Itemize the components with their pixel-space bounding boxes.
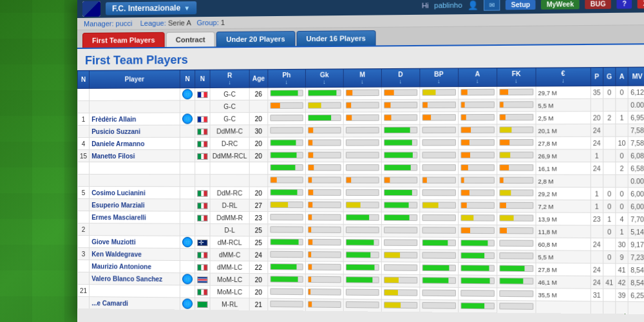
player-name[interactable]: ...e Camardi: [90, 297, 180, 310]
player-gk-bar: [305, 175, 343, 187]
player-ph-bar: [268, 199, 306, 211]
myweek-button[interactable]: MyWeek: [541, 0, 579, 9]
help-button[interactable]: ?: [617, 0, 632, 8]
player-g: [603, 238, 615, 251]
player-gk-bar: [305, 249, 343, 262]
globe-icon: 🌐: [182, 299, 193, 309]
player-m-bar: [343, 87, 381, 100]
player-name[interactable]: Pusicio Suzzani: [90, 125, 180, 137]
player-g: 2: [603, 111, 615, 124]
player-fk-bar: [497, 124, 535, 137]
player-a-bar: [458, 225, 497, 238]
setup-button[interactable]: Setup: [506, 0, 535, 10]
col-header-ph: Ph ↓: [268, 69, 306, 88]
player-globe: 🌐: [180, 298, 195, 310]
league-label: League:: [140, 19, 168, 27]
player-flag: [195, 223, 210, 236]
tab-contract[interactable]: Contract: [166, 32, 215, 47]
player-name[interactable]: Valero Blanco Sanchez: [90, 272, 180, 285]
player-fk-bar: [497, 149, 535, 162]
player-g: [603, 124, 615, 137]
player-age: 22: [249, 261, 268, 273]
player-age: 26: [249, 88, 268, 100]
bug-button[interactable]: BUG: [585, 0, 611, 9]
player-name[interactable]: [90, 100, 180, 113]
club-name-button[interactable]: F.C. Internazionale ▼: [106, 1, 196, 15]
col-header-fk: FK ↓: [497, 68, 535, 86]
globe-icon: 🌐: [182, 113, 193, 124]
player-gk-bar: [305, 112, 343, 124]
tab-under20[interactable]: Under 20 Players: [216, 31, 295, 46]
flag-cu: [197, 276, 207, 283]
player-gk-bar: [305, 149, 343, 162]
player-money: 5,5 M: [536, 251, 591, 263]
player-fk-bar: [497, 175, 535, 187]
player-d-bar: [381, 87, 419, 100]
player-p: [591, 225, 603, 238]
player-mv: 6,12: [628, 86, 644, 99]
player-d-bar: [381, 200, 419, 213]
player-a-bar: [458, 300, 497, 313]
player-p: 24: [591, 238, 603, 251]
player-globe: 🌐: [180, 236, 195, 248]
player-name[interactable]: Cosimo Lucianini: [90, 187, 180, 199]
player-flag: [195, 162, 210, 175]
player-name[interactable]: [90, 223, 180, 236]
player-mv: 6,58: [628, 162, 644, 175]
player-name[interactable]: Giove Muziotti: [90, 236, 180, 249]
player-age: [249, 162, 268, 175]
player-number: 3: [77, 248, 89, 260]
player-ph-bar: [268, 298, 306, 311]
top-bar-right: Hi pablinho 👤 ✉ Setup MyWeek BUG ? X: [422, 0, 644, 12]
player-name[interactable]: [90, 162, 180, 175]
player-position: dM-RCL: [210, 236, 249, 249]
player-m-bar: [343, 124, 381, 137]
player-p: 20: [591, 111, 603, 124]
player-name[interactable]: Esuperio Marziali: [90, 199, 180, 211]
player-name[interactable]: [90, 175, 180, 187]
player-bp-bar: [420, 262, 459, 275]
player-name[interactable]: Manetto Filosi: [90, 149, 180, 162]
flag-br: [197, 301, 207, 307]
player-name[interactable]: Maurizio Antonione: [90, 260, 180, 273]
player-name[interactable]: Ken Waldegrave: [90, 248, 180, 261]
player-globe: [180, 187, 195, 199]
tab-first-team[interactable]: First Team Players: [82, 32, 165, 48]
player-name[interactable]: Daniele Armanno: [90, 137, 180, 149]
player-fk-bar: [497, 187, 535, 200]
tab-under16[interactable]: Under 16 Players: [296, 30, 375, 46]
main-panel: F.C. Internazionale ▼ Hi pablinho 👤 ✉ Se…: [77, 0, 644, 322]
table-row: 5 Cosimo Lucianini DdM-RC 20 29,2 M 1 0 …: [77, 187, 644, 201]
message-icon[interactable]: ✉: [484, 0, 500, 11]
player-name[interactable]: [90, 285, 180, 298]
player-mv: 7,58: [628, 137, 644, 149]
player-number: [77, 260, 89, 272]
player-a2: [616, 301, 628, 314]
player-a-bar: [458, 111, 497, 124]
col-header-player[interactable]: Player: [90, 70, 180, 89]
player-a-bar: [458, 275, 497, 288]
manager-name[interactable]: pucci: [116, 19, 133, 27]
player-name[interactable]: [90, 88, 180, 101]
username-link[interactable]: pablinho: [434, 1, 462, 10]
player-position: DdMM-RCL: [210, 149, 249, 162]
player-m-bar: [343, 249, 381, 262]
player-name[interactable]: Frèdèric Allain: [90, 113, 180, 125]
flag-it: [197, 214, 207, 221]
player-table-container[interactable]: N Player N N R ↓ Age: [77, 66, 644, 314]
club-dropdown-arrow: ▼: [184, 5, 190, 12]
player-g: 0: [603, 187, 615, 200]
player-m-bar: [343, 175, 381, 187]
player-a-bar: [458, 162, 497, 175]
player-a-bar: [458, 200, 497, 213]
close-button[interactable]: X: [638, 0, 644, 8]
player-money: 60,8 M: [536, 238, 591, 251]
player-name[interactable]: Ermes Masciarelli: [90, 211, 180, 224]
player-ph-bar: [268, 261, 306, 274]
player-mv: 7,23: [628, 251, 644, 264]
player-flag: [195, 125, 210, 137]
player-bp-bar: [420, 299, 459, 312]
player-bp-bar: [420, 237, 459, 250]
player-m-bar: [343, 137, 381, 149]
player-mv: 5,14: [628, 225, 644, 238]
